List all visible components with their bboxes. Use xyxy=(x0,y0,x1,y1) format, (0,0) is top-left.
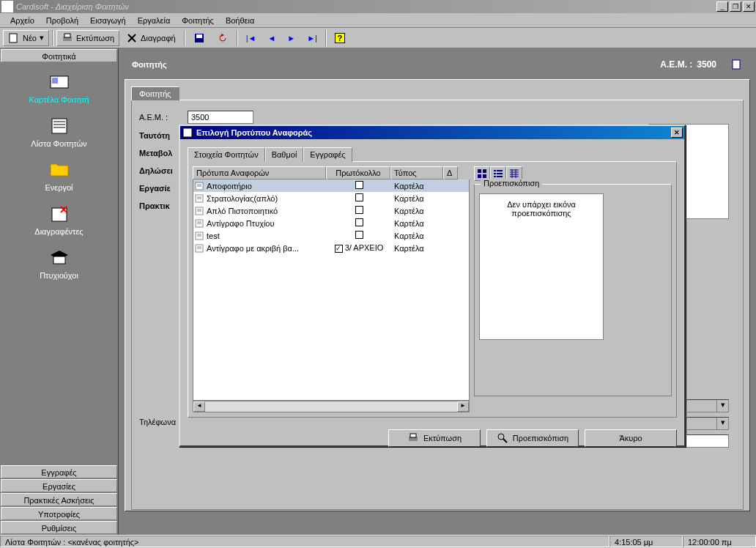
report-icon xyxy=(195,207,205,215)
col-protocol[interactable]: Πρωτόκολλο xyxy=(326,166,390,179)
sidebar-btn-internships[interactable]: Πρακτικές Ασκήσεις xyxy=(1,493,117,506)
tb-next[interactable]: ► xyxy=(282,30,300,46)
svg-rect-46 xyxy=(497,173,503,174)
svg-rect-9 xyxy=(52,78,58,84)
row-name: Αντίγραφο Πτυχίου xyxy=(207,219,275,228)
menu-file[interactable]: Αρχείο xyxy=(4,15,40,26)
row-type: Καρτέλα xyxy=(391,194,444,203)
maximize-button[interactable]: ❐ xyxy=(730,1,741,12)
menu-help[interactable]: Βοήθεια xyxy=(220,15,260,26)
tb-undo[interactable] xyxy=(212,30,234,46)
horizontal-scrollbar[interactable]: ◄ ► xyxy=(193,401,470,412)
table-row[interactable]: Στρατολογίας(απλό) Καρτέλα xyxy=(193,192,469,204)
table-row[interactable]: test Καρτέλα xyxy=(193,229,469,242)
report-icon xyxy=(195,194,205,203)
preview-box: Δεν υπάρχει εικόνα προεπισκόπισης xyxy=(479,193,604,340)
delete-icon xyxy=(126,32,138,44)
dialog-print-button[interactable]: Εκτύπωση xyxy=(388,429,481,447)
svg-rect-20 xyxy=(183,128,192,137)
aem-input[interactable] xyxy=(188,111,253,124)
row-name: Απλό Πιστοποιητικό xyxy=(207,207,278,215)
tb-prev[interactable]: ◄ xyxy=(262,30,281,46)
sidebar-item-active[interactable]: Ενεργοί xyxy=(0,155,118,199)
row-name: Αποφοιτήριο xyxy=(207,182,252,190)
dialog-preview-button[interactable]: Προεπισκόπιση xyxy=(486,429,579,447)
last-icon: ►| xyxy=(307,34,317,42)
window-titlebar: Cardisoft - Διαχείριση Φοιτητών _ ❐ ✕ xyxy=(0,0,756,13)
template-list-panel: Πρότυπα Αναφορών Πρωτόκολλο Τύπος Δ Αποφ… xyxy=(193,166,470,412)
close-button[interactable]: ✕ xyxy=(743,1,755,12)
table-row[interactable]: Αποφοιτήριο Καρτέλα xyxy=(193,179,469,192)
tb-new[interactable]: Νέο ▾ xyxy=(3,30,49,46)
menu-view[interactable]: Προβολή xyxy=(40,15,84,26)
tab-student[interactable]: Φοιτητής xyxy=(131,86,179,100)
tb-print[interactable]: Εκτύπωση xyxy=(56,30,119,46)
svg-rect-18 xyxy=(53,256,65,264)
sidebar-btn-settings[interactable]: Ρυθμίσεις xyxy=(1,521,117,534)
svg-rect-10 xyxy=(52,119,67,133)
sidebar-btn-assignments[interactable]: Εργασίες xyxy=(1,479,117,492)
col-d[interactable]: Δ xyxy=(443,166,458,179)
svg-rect-6 xyxy=(196,34,202,38)
row-checkbox[interactable] xyxy=(355,231,363,239)
sidebar-item-student-card[interactable]: Καρτέλα Φοιτητή xyxy=(0,67,118,111)
app-icon xyxy=(1,1,13,12)
row-checkbox[interactable] xyxy=(355,218,363,226)
tb-help[interactable]: ? xyxy=(330,30,350,46)
row-checkbox[interactable] xyxy=(355,206,363,214)
sidebar-header[interactable]: Φοιτητικά xyxy=(1,49,117,62)
row-name: Στρατολογίας(απλό) xyxy=(207,194,278,203)
col-templates[interactable]: Πρότυπα Αναφορών xyxy=(193,166,326,179)
sidebar-btn-scholarships[interactable]: Υποτροφίες xyxy=(1,507,117,520)
status-list: Λίστα Φοιτητών : <κανένας φοιτητής> xyxy=(0,536,609,547)
next-icon: ► xyxy=(287,34,295,42)
svg-rect-41 xyxy=(478,174,481,178)
sidebar-item-student-list[interactable]: Λίστα Φοιτητών xyxy=(0,111,118,155)
row-checkbox[interactable]: ✓ xyxy=(335,245,343,253)
sidebar-item-graduates[interactable]: Πτυχιούχοι xyxy=(0,243,118,287)
dialog-tab-enrollments[interactable]: Εγγραφές xyxy=(303,147,352,162)
minimize-button[interactable]: _ xyxy=(716,1,728,12)
row-checkbox[interactable] xyxy=(355,193,363,201)
printer-icon xyxy=(407,432,419,444)
svg-rect-19 xyxy=(733,60,740,69)
scroll-track[interactable] xyxy=(205,401,457,412)
report-icon xyxy=(195,219,205,228)
tb-delete[interactable]: Διαγραφή xyxy=(121,30,181,46)
dialog-tab-grades[interactable]: Βαθμοί xyxy=(265,147,304,162)
window-title: Cardisoft - Διαχείριση Φοιτητών xyxy=(16,2,716,11)
table-row[interactable]: Αντίγραφο Πτυχίου Καρτέλα xyxy=(193,217,469,229)
sidebar-item-deleted[interactable]: Διαγραφέντες xyxy=(0,199,118,243)
dialog-close-button[interactable]: ✕ xyxy=(671,127,683,138)
sidebar-btn-enrollments[interactable]: Εγγραφές xyxy=(1,465,117,478)
col-type[interactable]: Τύπος xyxy=(390,166,443,179)
scroll-left-icon[interactable]: ◄ xyxy=(193,401,205,412)
svg-rect-56 xyxy=(410,434,416,437)
sidebar: Φοιτητικά Καρτέλα Φοιτητή Λίστα Φοιτητών… xyxy=(0,48,119,535)
printer-icon xyxy=(62,32,73,44)
prev-icon: ◄ xyxy=(267,34,275,42)
tb-save[interactable] xyxy=(188,30,210,46)
menubar: Αρχείο Προβολή Εισαγωγή Εργαλεία Φοιτητή… xyxy=(0,13,756,28)
table-row[interactable]: Απλό Πιστοποιητικό Καρτέλα xyxy=(193,204,469,217)
scroll-right-icon[interactable]: ► xyxy=(457,401,469,412)
menu-insert[interactable]: Εισαγωγή xyxy=(84,15,132,26)
row-type: Καρτέλα xyxy=(391,207,444,215)
dialog-cancel-button[interactable]: Άκυρο xyxy=(585,429,677,447)
dropdown-arrow-icon: ▾ xyxy=(40,33,44,42)
table-row[interactable]: Αντίγραφο με ακριβή βα...✓ 3/ ΑΡΧΕΙΟΚαρτ… xyxy=(193,242,469,254)
dialog-tab-student-info[interactable]: Στοιχεία Φοιτητών xyxy=(188,147,265,162)
menu-tools[interactable]: Εργαλεία xyxy=(132,15,177,26)
magnifier-icon xyxy=(497,432,508,444)
tb-first[interactable]: |◄ xyxy=(241,30,262,46)
doc-icon[interactable] xyxy=(731,59,743,70)
row-checkbox[interactable] xyxy=(355,181,363,189)
svg-rect-44 xyxy=(497,170,503,171)
aem-field-label: Α.Ε.Μ. : xyxy=(139,113,180,122)
tb-last[interactable]: ►| xyxy=(302,30,322,46)
menu-student[interactable]: Φοιτητής xyxy=(176,15,220,26)
dialog-title: Επιλογή Προτύπου Αναφοράς xyxy=(196,128,312,137)
template-rows: Αποφοιτήριο ΚαρτέλαΣτρατολογίας(απλό) Κα… xyxy=(193,179,470,401)
status-time2: 12:00:00 πμ xyxy=(683,536,756,547)
svg-rect-47 xyxy=(494,176,496,177)
